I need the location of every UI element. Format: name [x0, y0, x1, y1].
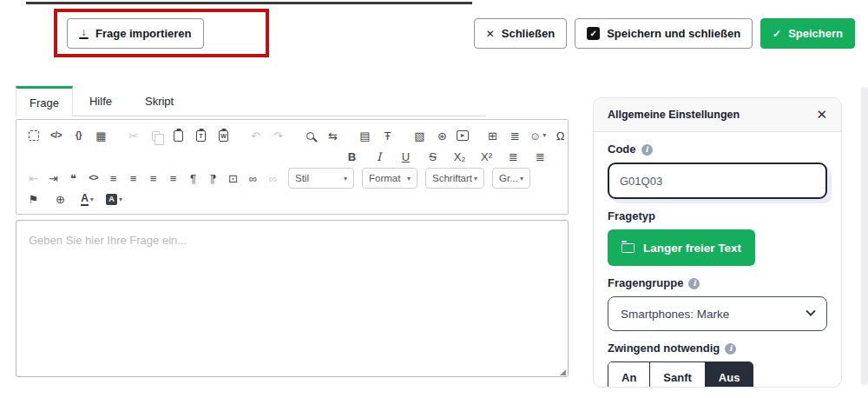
- outdent-icon[interactable]: ⇤: [25, 169, 42, 187]
- tab-hilfe[interactable]: Hilfe: [73, 87, 128, 116]
- flag-icon[interactable]: ⚑: [25, 191, 42, 209]
- indent-icon[interactable]: ⇥: [45, 169, 62, 187]
- info-icon[interactable]: i: [641, 144, 653, 156]
- superscript-icon[interactable]: X²: [478, 149, 495, 166]
- align-center-icon[interactable]: ≡: [125, 169, 141, 187]
- checkbox-icon: ✓: [587, 27, 600, 40]
- language-icon[interactable]: ⊕: [52, 191, 69, 209]
- find-icon[interactable]: [302, 127, 319, 144]
- document-icon[interactable]: ▤: [357, 127, 373, 144]
- remove-format-icon[interactable]: Ŧ: [379, 127, 396, 144]
- question-type-button[interactable]: Langer freier Text: [608, 229, 755, 266]
- align-right-icon[interactable]: ≡: [145, 169, 161, 187]
- import-button-label: Frage importieren: [95, 27, 192, 40]
- top-border-line: [26, 2, 472, 4]
- question-text-editor[interactable]: Geben Sie hier Ihre Frage ein... ◢: [16, 220, 569, 377]
- mandatory-option-an[interactable]: An: [608, 362, 649, 388]
- question-editor-page: ↓ Frage importieren ✕ Schließen ✓ Speich…: [0, 0, 868, 398]
- scrollbar-track[interactable]: [861, 87, 868, 385]
- question-group-select[interactable]: Smartphones: Marke: [608, 296, 827, 331]
- subscript-icon[interactable]: X₂: [451, 149, 468, 166]
- unlink-icon[interactable]: ∞: [265, 169, 281, 187]
- mandatory-label: Zwingend notwendig: [608, 342, 720, 355]
- code-label: Code: [608, 143, 636, 156]
- question-group-value: Smartphones: Marke: [621, 308, 729, 321]
- save-button-label: Speichern: [788, 27, 843, 40]
- panel-body: Code i Fragetyp Langer freier Text Frage…: [594, 132, 841, 388]
- resize-handle-icon[interactable]: ◢: [560, 368, 566, 376]
- tab-skript[interactable]: Skript: [128, 87, 190, 116]
- cut-icon[interactable]: ✂: [125, 127, 141, 144]
- style-dropdown[interactable]: Stil▾: [288, 168, 354, 189]
- style-dropdown-label: Stil: [295, 173, 309, 183]
- chevron-down-icon: ▾: [474, 175, 477, 182]
- link-icon[interactable]: ∞: [245, 169, 261, 187]
- toolbar-dropdowns: Stil▾Format▾Schriftart▾Gr...▾: [288, 168, 530, 189]
- richtext-toolbar: </>{}▦✂TW↶↷⇆▤Ŧ▧⊛▸⊞≣☺▾Ω BIUSX₂X²≣≣ Stil▾F…: [16, 119, 569, 215]
- text-color-icon[interactable]: A▾: [79, 191, 95, 209]
- source-icon[interactable]: </>: [48, 127, 64, 144]
- italic-icon[interactable]: I: [371, 149, 387, 166]
- font-dropdown[interactable]: Schriftart▾: [425, 168, 484, 189]
- iframe-icon[interactable]: ⊡: [225, 169, 241, 187]
- div-container-icon[interactable]: <>: [85, 169, 102, 187]
- import-icon: ↓: [79, 28, 89, 39]
- info-icon[interactable]: i: [725, 343, 736, 355]
- bidi-rtl-icon[interactable]: ¶: [205, 169, 221, 187]
- size-dropdown[interactable]: Gr...▾: [492, 168, 530, 189]
- save-and-close-button[interactable]: ✓ Speichern und schließen: [575, 18, 753, 49]
- horizontal-rule-icon[interactable]: ≣: [507, 127, 523, 144]
- blockquote-icon[interactable]: ❝: [65, 169, 82, 187]
- chevron-down-icon: ▾: [520, 175, 523, 182]
- code-input[interactable]: [608, 163, 827, 199]
- mandatory-option-sanft[interactable]: Sanft: [649, 362, 705, 388]
- paste-word-icon[interactable]: W: [215, 127, 232, 144]
- align-left-icon[interactable]: ≡: [105, 169, 122, 187]
- tab-hilfe-label: Hilfe: [89, 95, 112, 108]
- underline-icon[interactable]: U: [398, 149, 414, 166]
- close-x-icon: ✕: [486, 28, 495, 40]
- maximize-icon[interactable]: [25, 127, 42, 144]
- font-dropdown-label: Schriftart: [432, 173, 472, 183]
- align-justify-icon[interactable]: ≡: [165, 169, 181, 187]
- chevron-down-icon: ▾: [344, 175, 347, 182]
- media-embed-icon[interactable]: ▸: [457, 130, 469, 141]
- panel-close-icon[interactable]: ✕: [816, 107, 827, 123]
- question-type-label: Fragetyp: [608, 209, 655, 223]
- paste-icon[interactable]: [170, 127, 187, 144]
- special-character-icon[interactable]: Ω: [552, 127, 569, 144]
- import-question-button[interactable]: ↓ Frage importieren: [67, 18, 204, 49]
- smiley-icon[interactable]: ☺▾: [529, 127, 546, 144]
- format-dropdown-label: Format: [369, 173, 400, 183]
- close-button[interactable]: ✕ Schließen: [474, 18, 567, 49]
- save-button[interactable]: ✓ Speichern: [760, 18, 855, 49]
- bold-icon[interactable]: B: [344, 149, 360, 166]
- mandatory-option-aus[interactable]: Aus: [705, 362, 753, 388]
- question-type-value: Langer freier Text: [643, 242, 741, 255]
- replace-icon[interactable]: ⇆: [325, 127, 341, 144]
- panel-header: Allgemeine Einstellungen ✕: [594, 98, 841, 132]
- image-icon[interactable]: ▧: [411, 127, 428, 144]
- bulleted-list-icon[interactable]: ≣: [532, 149, 549, 166]
- table-icon[interactable]: ⊞: [484, 127, 501, 144]
- panel-title: Allgemeine Einstellungen: [608, 109, 740, 121]
- tab-frage[interactable]: Frage: [16, 86, 73, 116]
- bidi-ltr-icon[interactable]: ¶: [185, 169, 201, 187]
- undo-icon[interactable]: ↶: [247, 127, 264, 144]
- templates-icon[interactable]: {}: [70, 127, 87, 144]
- code-label-row: Code i: [608, 143, 827, 156]
- flash-icon[interactable]: ⊛: [434, 127, 450, 144]
- strikethrough-icon[interactable]: S: [424, 149, 441, 166]
- info-icon[interactable]: i: [688, 278, 700, 289]
- close-button-label: Schließen: [502, 27, 555, 40]
- show-blocks-icon[interactable]: ▦: [93, 127, 109, 144]
- copy-icon[interactable]: [148, 127, 164, 144]
- general-settings-panel: Allgemeine Einstellungen ✕ Code i Fraget…: [593, 97, 842, 388]
- question-group-label: Fragengruppe: [608, 276, 683, 290]
- editor-placeholder: Geben Sie hier Ihre Frage ein...: [29, 234, 187, 247]
- numbered-list-icon[interactable]: ≣: [505, 149, 522, 166]
- format-dropdown[interactable]: Format▾: [362, 168, 418, 189]
- redo-icon[interactable]: ↷: [270, 127, 286, 144]
- background-color-icon[interactable]: A▾: [106, 191, 122, 209]
- paste-text-icon[interactable]: T: [193, 127, 209, 144]
